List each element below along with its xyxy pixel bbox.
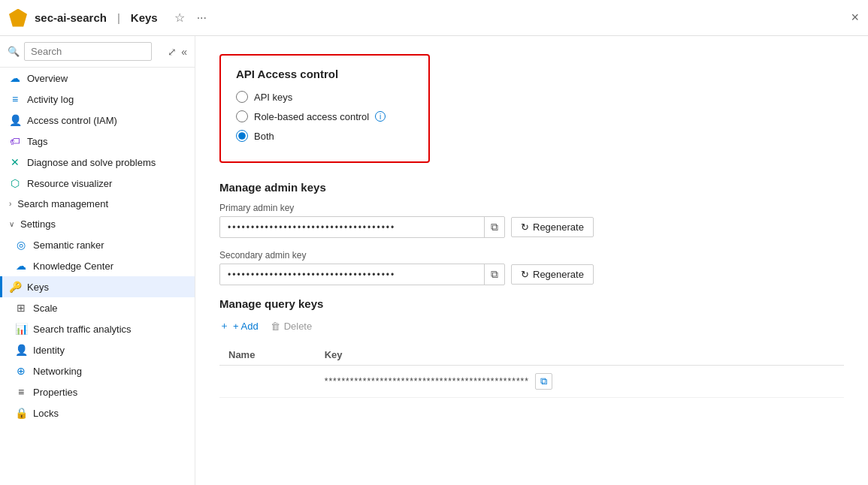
query-keys-body: ****************************************… bbox=[219, 366, 844, 398]
sidebar-item-label-keys: Keys bbox=[27, 282, 49, 293]
service-icon bbox=[9, 9, 27, 27]
favorite-button[interactable]: ☆ bbox=[171, 9, 188, 26]
search-bar: 🔍 ⤢ « bbox=[0, 36, 195, 68]
page-header: sec-ai-search | Keys ☆ ··· × bbox=[0, 0, 868, 36]
radio-label-role-based: Role-based access control bbox=[254, 111, 369, 122]
sidebar-item-label-diagnose: Diagnose and solve problems bbox=[27, 157, 156, 168]
sidebar-item-networking[interactable]: ⊕Networking bbox=[0, 360, 195, 381]
sidebar-item-settings[interactable]: ∨Settings bbox=[0, 214, 195, 234]
admin-keys-title: Manage admin keys bbox=[219, 181, 844, 194]
query-key-value: ****************************************… bbox=[316, 366, 844, 398]
sidebar-item-locks[interactable]: 🔒Locks bbox=[0, 402, 195, 423]
search-input[interactable] bbox=[24, 42, 152, 61]
key-dots: ****************************************… bbox=[325, 376, 529, 387]
knowledge-center-icon: ☁ bbox=[15, 260, 27, 272]
col-key: Key bbox=[316, 345, 844, 366]
identity-icon: 👤 bbox=[15, 344, 27, 356]
query-keys-table: Name Key *******************************… bbox=[219, 345, 844, 398]
sidebar-item-diagnose[interactable]: ✕Diagnose and solve problems bbox=[0, 152, 195, 173]
collapse-icon[interactable]: « bbox=[181, 46, 187, 58]
sidebar-item-keys[interactable]: 🔑Keys bbox=[0, 276, 195, 297]
access-control-icon: 👤 bbox=[9, 114, 21, 126]
sidebar-item-label-knowledge-center: Knowledge Center bbox=[33, 261, 113, 272]
primary-regenerate-button[interactable]: ↻ Regenerate bbox=[511, 217, 594, 237]
regenerate-icon: ↻ bbox=[521, 221, 529, 233]
scale-icon: ⊞ bbox=[15, 302, 27, 314]
delete-label: Delete bbox=[284, 321, 313, 332]
sidebar: 🔍 ⤢ « ☁Overview≡Activity log👤Access cont… bbox=[0, 36, 195, 485]
sidebar-item-overview[interactable]: ☁Overview bbox=[0, 68, 195, 89]
sidebar-item-access-control[interactable]: 👤Access control (IAM) bbox=[0, 110, 195, 131]
sidebar-item-search-management[interactable]: ›Search management bbox=[0, 194, 195, 214]
sidebar-item-resource-visualizer[interactable]: ⬡Resource visualizer bbox=[0, 173, 195, 194]
query-actions: ＋ + Add 🗑 Delete bbox=[219, 319, 844, 333]
table-row: ****************************************… bbox=[219, 366, 844, 398]
sidebar-item-label-search-traffic-analytics: Search traffic analytics bbox=[33, 324, 132, 335]
sidebar-item-identity[interactable]: 👤Identity bbox=[0, 339, 195, 360]
add-query-key-button[interactable]: ＋ + Add bbox=[219, 319, 259, 333]
radio-options: API keysRole-based access controliBoth bbox=[236, 91, 413, 142]
main-layout: 🔍 ⤢ « ☁Overview≡Activity log👤Access cont… bbox=[0, 36, 868, 485]
primary-key-dots: •••••••••••••••••••••••••••••••••••• bbox=[220, 218, 484, 237]
sidebar-item-label-tags: Tags bbox=[27, 136, 47, 147]
close-button[interactable]: × bbox=[851, 10, 859, 26]
info-icon-role-based[interactable]: i bbox=[375, 111, 386, 122]
api-access-control-box: API Access control API keysRole-based ac… bbox=[219, 54, 430, 163]
api-access-title: API Access control bbox=[236, 68, 413, 80]
keys-icon: 🔑 bbox=[9, 281, 21, 293]
query-key-copy-button[interactable]: ⧉ bbox=[535, 373, 552, 390]
sidebar-item-activity-log[interactable]: ≡Activity log bbox=[0, 89, 195, 110]
sidebar-item-label-settings: Settings bbox=[20, 218, 56, 230]
radio-api-keys[interactable] bbox=[236, 91, 248, 103]
search-icon: 🔍 bbox=[8, 46, 20, 57]
delete-query-key-button[interactable]: 🗑 Delete bbox=[271, 319, 313, 333]
primary-copy-button[interactable]: ⧉ bbox=[484, 217, 504, 237]
content-area: API Access control API keysRole-based ac… bbox=[195, 36, 868, 485]
diagnose-icon: ✕ bbox=[9, 156, 21, 168]
radio-role-based[interactable] bbox=[236, 110, 248, 122]
regenerate-label: Regenerate bbox=[533, 221, 584, 233]
radio-option-api-keys: API keys bbox=[236, 91, 413, 103]
query-keys-title: Manage query keys bbox=[219, 297, 844, 310]
primary-key-input-wrapper: •••••••••••••••••••••••••••••••••••• ⧉ bbox=[219, 216, 505, 238]
locks-icon: 🔒 bbox=[15, 407, 27, 419]
sidebar-item-label-networking: Networking bbox=[33, 366, 82, 377]
header-separator: | bbox=[117, 11, 120, 24]
sidebar-item-label-resource-visualizer: Resource visualizer bbox=[27, 178, 112, 189]
sidebar-item-tags[interactable]: 🏷Tags bbox=[0, 131, 195, 152]
semantic-ranker-icon: ◎ bbox=[15, 239, 27, 251]
sidebar-item-label-access-control: Access control (IAM) bbox=[27, 115, 117, 126]
activity-log-icon: ≡ bbox=[9, 93, 21, 105]
header-actions: ☆ ··· bbox=[171, 9, 210, 26]
sidebar-items-container: ☁Overview≡Activity log👤Access control (I… bbox=[0, 68, 195, 423]
chevron-icon: › bbox=[9, 200, 11, 208]
radio-option-role-based: Role-based access controli bbox=[236, 110, 413, 122]
search-traffic-analytics-icon: 📊 bbox=[15, 323, 27, 335]
search-bar-icons: ⤢ « bbox=[168, 46, 187, 58]
secondary-copy-button[interactable]: ⧉ bbox=[484, 264, 504, 285]
sidebar-item-label-scale: Scale bbox=[33, 303, 58, 314]
sidebar-item-properties[interactable]: ≡Properties bbox=[0, 381, 195, 402]
sidebar-item-semantic-ranker[interactable]: ◎Semantic ranker bbox=[0, 234, 195, 255]
sidebar-item-label-activity-log: Activity log bbox=[27, 94, 74, 105]
resource-visualizer-icon: ⬡ bbox=[9, 177, 21, 189]
sidebar-item-scale[interactable]: ⊞Scale bbox=[0, 297, 195, 318]
sidebar-item-label-properties: Properties bbox=[33, 387, 77, 398]
tags-icon: 🏷 bbox=[9, 135, 21, 147]
sidebar-item-label-semantic-ranker: Semantic ranker bbox=[33, 239, 104, 251]
service-name: sec-ai-search bbox=[35, 11, 107, 24]
secondary-regenerate-button[interactable]: ↻ Regenerate bbox=[511, 264, 594, 285]
secondary-key-input-wrapper: •••••••••••••••••••••••••••••••••••• ⧉ bbox=[219, 264, 505, 285]
more-button[interactable]: ··· bbox=[194, 10, 210, 26]
expand-icon[interactable]: ⤢ bbox=[168, 46, 177, 58]
radio-option-both: Both bbox=[236, 130, 413, 142]
radio-both[interactable] bbox=[236, 130, 248, 142]
sidebar-item-search-traffic-analytics[interactable]: 📊Search traffic analytics bbox=[0, 318, 195, 339]
chevron-icon: ∨ bbox=[9, 220, 14, 228]
sidebar-item-knowledge-center[interactable]: ☁Knowledge Center bbox=[0, 255, 195, 276]
sidebar-item-label-search-management: Search management bbox=[17, 198, 108, 209]
properties-icon: ≡ bbox=[15, 386, 27, 398]
page-name: Keys bbox=[131, 11, 158, 24]
add-icon: ＋ bbox=[219, 319, 229, 333]
radio-label-api-keys: API keys bbox=[254, 92, 292, 103]
